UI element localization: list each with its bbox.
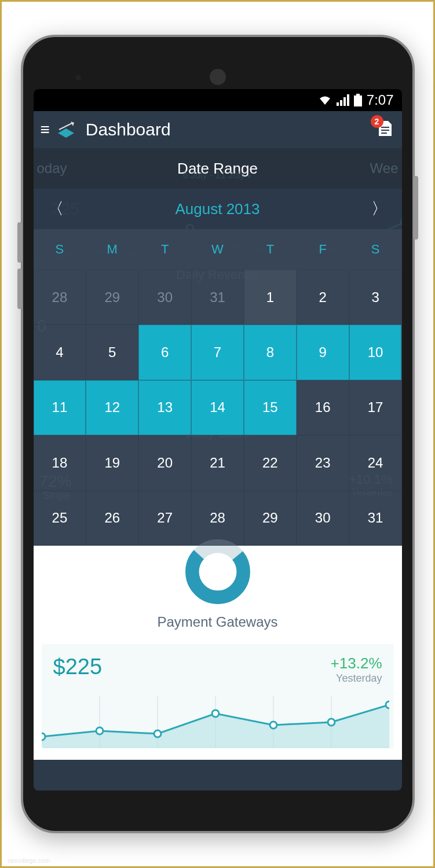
svg-rect-3 (347, 94, 349, 106)
watermark: iancollege.com (8, 857, 50, 864)
calendar: SMTWTFS Daily Revenue 6 Daily Sales 72% … (34, 229, 402, 546)
calendar-day[interactable]: 8 (244, 325, 297, 380)
svg-rect-4 (356, 94, 360, 95)
svg-point-27 (212, 710, 219, 717)
calendar-day[interactable]: 10 (349, 325, 402, 380)
calendar-day[interactable]: 26 (86, 491, 138, 546)
calendar-day[interactable]: 17 (349, 380, 402, 435)
tab-today[interactable]: oday (37, 160, 67, 176)
next-month-button[interactable]: 〉 (371, 198, 388, 220)
weekday-label: M (86, 229, 138, 270)
app-header: ≡ Dashboard 2 (34, 111, 402, 148)
svg-point-30 (386, 701, 389, 708)
calendar-day[interactable]: 18 (34, 435, 86, 490)
calendar-day[interactable]: 5 (86, 325, 138, 380)
svg-rect-2 (343, 97, 346, 106)
calendar-day[interactable]: 25 (34, 491, 86, 546)
app-logo-icon (56, 119, 76, 140)
revenue-amount: $225 (53, 654, 103, 679)
calendar-day[interactable]: 11 (34, 380, 86, 435)
ghost-amount: 225 (51, 199, 80, 219)
notification-badge: 2 (371, 115, 383, 128)
revenue-change-pct: +13.2% (331, 654, 382, 672)
revenue-sparkline (42, 696, 389, 748)
svg-point-26 (154, 730, 161, 737)
notifications-button[interactable]: 2 (375, 119, 395, 141)
svg-rect-5 (354, 95, 362, 106)
calendar-day[interactable]: 4 (34, 325, 86, 380)
calendar-day[interactable]: 31 (349, 491, 402, 546)
gateway-label: Payment Gateways (157, 614, 277, 630)
gateway-section: Payment Gateways (34, 546, 402, 636)
calendar-day[interactable]: 1 (244, 270, 297, 325)
svg-point-24 (42, 733, 45, 740)
calendar-day[interactable]: 9 (297, 325, 349, 380)
svg-point-28 (270, 722, 277, 729)
calendar-day[interactable]: 15 (244, 380, 297, 435)
status-bar: 7:07 (34, 89, 402, 111)
calendar-day[interactable]: 28 (191, 491, 244, 546)
svg-rect-6 (381, 127, 389, 128)
calendar-day[interactable]: 21 (191, 435, 244, 490)
calendar-day[interactable]: 6 (138, 325, 191, 380)
weekday-label: T (244, 229, 297, 270)
weekday-label: S (34, 229, 86, 270)
calendar-day[interactable]: 31 (191, 270, 244, 325)
weekday-header: SMTWTFS (34, 229, 402, 270)
svg-rect-0 (337, 102, 339, 106)
svg-point-25 (96, 727, 103, 734)
calendar-day[interactable]: 30 (138, 270, 191, 325)
svg-rect-8 (381, 133, 387, 134)
signal-icon (337, 94, 349, 106)
svg-rect-7 (381, 130, 389, 131)
calendar-day[interactable]: 24 (349, 435, 402, 490)
calendar-day[interactable]: 14 (191, 380, 244, 435)
app-title: Dashboard (86, 120, 171, 139)
weekday-label: T (138, 229, 191, 270)
revenue-change-label: Yesterday (331, 672, 382, 685)
calendar-day[interactable]: 7 (191, 325, 244, 380)
weekday-label: S (349, 229, 402, 270)
calendar-day[interactable]: 12 (86, 380, 138, 435)
faint-range-label: 6 July - 11 July (183, 170, 252, 181)
calendar-day[interactable]: 29 (86, 270, 138, 325)
calendar-day[interactable]: 22 (244, 435, 297, 490)
calendar-day[interactable]: 28 (34, 270, 86, 325)
battery-icon (354, 94, 362, 106)
calendar-day[interactable]: 29 (244, 491, 297, 546)
tab-bar: oday Date Range Wee 6 July - 11 July (34, 148, 402, 189)
calendar-day[interactable]: 30 (297, 491, 349, 546)
calendar-day[interactable]: 13 (138, 380, 191, 435)
status-time: 7:07 (367, 92, 394, 108)
month-label[interactable]: August 2013 (175, 200, 259, 218)
menu-icon[interactable]: ≡ (41, 120, 50, 139)
calendar-grid: Daily Revenue 6 Daily Sales 72% Stripe +… (34, 270, 402, 546)
month-navigator: 225 〈 August 2013 〉 (34, 189, 402, 229)
svg-point-29 (328, 719, 335, 726)
weekday-label: W (191, 229, 244, 270)
svg-rect-1 (340, 100, 342, 106)
bottom-panel: Payment Gateways $225 +13.2% Yesterday (34, 546, 402, 760)
calendar-day[interactable]: 20 (138, 435, 191, 490)
calendar-day[interactable]: 3 (349, 270, 402, 325)
revenue-card[interactable]: $225 +13.2% Yesterday (42, 644, 394, 748)
weekday-label: F (297, 229, 349, 270)
calendar-day[interactable]: 16 (297, 380, 349, 435)
calendar-day[interactable]: 23 (297, 435, 349, 490)
calendar-day[interactable]: 27 (138, 491, 191, 546)
calendar-day[interactable]: 19 (86, 435, 138, 490)
wifi-icon (318, 94, 332, 106)
calendar-day[interactable]: 2 (297, 270, 349, 325)
tab-week[interactable]: Wee (370, 160, 399, 176)
